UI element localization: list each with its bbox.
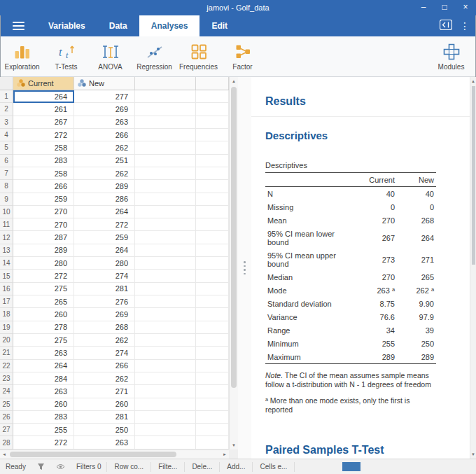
results-scroll-down-icon[interactable]: ▼ [470,450,476,459]
data-cell[interactable] [196,257,229,270]
data-cell[interactable] [135,155,196,167]
data-cell[interactable]: 259 [74,231,135,244]
results-scroll-thumb[interactable] [472,86,475,265]
data-cell[interactable] [196,411,229,424]
data-cell[interactable] [135,180,196,193]
data-cell[interactable] [135,398,196,411]
sheet-horizontal-scrollbar[interactable]: ◄ ► [0,449,229,459]
data-cell[interactable] [196,321,229,334]
row-number[interactable]: 22 [0,360,13,372]
data-cell[interactable]: 284 [13,372,74,385]
data-cell[interactable] [196,436,229,449]
data-cell[interactable]: 269 [74,103,135,116]
data-cell[interactable] [196,180,229,193]
data-cell[interactable]: 259 [13,193,74,206]
status-button[interactable]: Cells e... [252,462,295,472]
data-cell[interactable] [196,283,229,295]
data-cell[interactable]: 275 [13,334,74,347]
row-number[interactable]: 17 [0,295,13,308]
data-cell[interactable] [135,218,196,231]
row-number[interactable]: 27 [0,424,13,436]
data-cell[interactable]: 266 [74,360,135,372]
row-number[interactable]: 24 [0,385,13,398]
data-cell[interactable] [135,436,196,449]
eye-icon[interactable] [50,463,71,470]
tab-data[interactable]: Data [97,15,139,36]
scroll-right-icon[interactable]: ► [220,450,229,459]
data-cell[interactable]: 267 [13,116,74,129]
ribbon-ttests-button[interactable]: ttT-Tests [44,36,88,76]
row-number[interactable]: 26 [0,411,13,424]
row-number[interactable]: 1 [0,90,13,103]
data-cell[interactable]: 264 [74,206,135,218]
data-cell[interactable]: 262 [74,167,135,180]
column-header-new[interactable]: New [74,77,135,90]
data-cell[interactable]: 275 [13,283,74,295]
row-number[interactable]: 2 [0,103,13,116]
data-cell[interactable]: 263 [74,116,135,129]
data-cell[interactable] [135,141,196,154]
data-cell[interactable]: 260 [13,308,74,321]
data-cell[interactable] [135,206,196,218]
data-cell[interactable] [135,360,196,372]
ribbon-anova-button[interactable]: ANOVA [88,36,132,76]
paired-samples-heading[interactable]: Paired Samples T-Test [265,444,458,456]
data-cell[interactable] [135,372,196,385]
row-number[interactable]: 12 [0,231,13,244]
status-button[interactable]: Dele... [184,462,219,472]
row-number[interactable]: 3 [0,116,13,129]
data-cell[interactable]: 287 [13,231,74,244]
data-cell[interactable]: 272 [13,129,74,141]
results-panel-toggle-icon[interactable] [440,20,452,33]
data-cell[interactable] [196,90,229,103]
column-header-empty[interactable] [135,77,196,90]
data-cell[interactable]: 258 [13,141,74,154]
data-cell[interactable] [135,334,196,347]
data-cell[interactable]: 258 [13,167,74,180]
sheet-corner-cell[interactable] [0,77,13,90]
data-cell[interactable]: 280 [74,257,135,270]
status-button[interactable]: Row co... [106,462,150,472]
data-cell[interactable]: 266 [13,180,74,193]
data-cell[interactable] [135,385,196,398]
data-cell[interactable] [196,129,229,141]
scroll-down-icon[interactable]: ▼ [230,441,238,449]
row-number[interactable]: 6 [0,155,13,167]
results-scrollbar[interactable]: ▲ ▼ [470,77,476,459]
data-cell[interactable] [196,218,229,231]
descriptives-table[interactable]: CurrentNew N4040Missing00Mean27026895% C… [265,172,436,364]
data-cell[interactable]: 264 [13,360,74,372]
data-cell[interactable] [196,231,229,244]
row-number[interactable]: 21 [0,347,13,359]
data-cell[interactable] [135,411,196,424]
data-cell[interactable]: 260 [13,398,74,411]
data-cell[interactable] [196,244,229,257]
data-cell[interactable] [135,167,196,180]
data-cell[interactable]: 278 [13,321,74,334]
data-cell[interactable] [135,283,196,295]
kebab-menu-icon[interactable]: ⋮ [460,21,470,31]
column-header-current[interactable]: Current [13,77,74,90]
data-cell[interactable] [135,257,196,270]
tab-variables[interactable]: Variables [36,15,97,36]
data-cell[interactable]: 283 [13,411,74,424]
ribbon-exploration-button[interactable]: Exploration [0,36,44,76]
data-cell[interactable]: 276 [74,295,135,308]
data-cell[interactable]: 260 [74,398,135,411]
data-cell[interactable]: 286 [74,193,135,206]
row-number[interactable]: 7 [0,167,13,180]
data-cell[interactable]: 262 [74,334,135,347]
row-number[interactable]: 23 [0,372,13,385]
tab-edit[interactable]: Edit [200,15,239,36]
data-cell[interactable]: 272 [13,436,74,449]
data-cell[interactable] [196,334,229,347]
data-cell[interactable]: 266 [74,129,135,141]
column-header-empty[interactable] [196,77,229,90]
data-cell[interactable] [135,295,196,308]
data-cell[interactable] [196,141,229,154]
data-cell[interactable] [135,193,196,206]
data-cell[interactable] [196,155,229,167]
data-cell[interactable] [135,231,196,244]
ribbon-regression-button[interactable]: Regression [132,36,176,76]
scroll-up-icon[interactable]: ▲ [230,77,238,85]
